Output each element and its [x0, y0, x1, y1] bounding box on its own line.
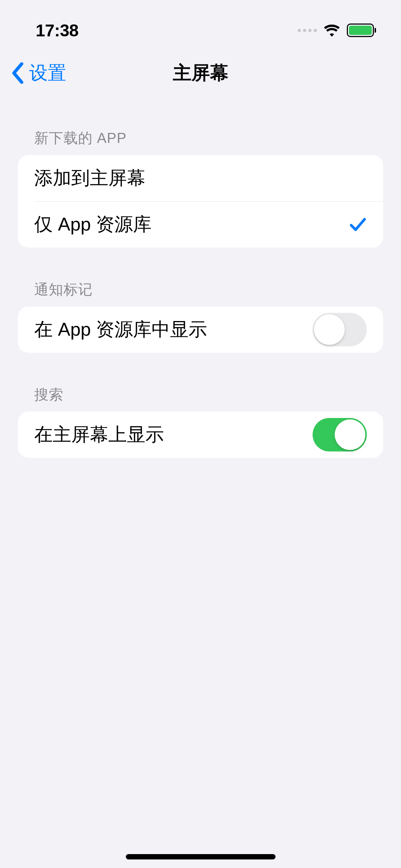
wifi-icon: [323, 24, 340, 37]
page-title: 主屏幕: [173, 61, 228, 86]
row-label: 在 App 资源库中显示: [34, 317, 207, 342]
row-show-in-app-library: 在 App 资源库中显示: [18, 306, 383, 353]
option-app-library-only[interactable]: 仅 App 资源库: [18, 201, 383, 248]
section-search: 搜索 在主屏幕上显示: [18, 385, 383, 458]
back-button[interactable]: 设置: [11, 61, 66, 86]
row-label: 仅 App 资源库: [34, 212, 151, 237]
home-indicator[interactable]: [126, 854, 276, 859]
nav-bar: 设置 主屏幕: [0, 50, 401, 96]
toggle-show-on-home-screen[interactable]: [313, 418, 367, 451]
signal-strength-icon: [298, 29, 317, 32]
content: 新下载的 APP 添加到主屏幕 仅 App 资源库 通知标记 在 App 资源库…: [0, 96, 401, 458]
row-show-on-home-screen: 在主屏幕上显示: [18, 412, 383, 458]
option-add-to-home-screen[interactable]: 添加到主屏幕: [18, 155, 383, 201]
section-notification-badges: 通知标记 在 App 资源库中显示: [18, 280, 383, 353]
row-label: 在主屏幕上显示: [34, 422, 164, 447]
status-bar: 17:38: [0, 0, 401, 50]
section-body: 添加到主屏幕 仅 App 资源库: [18, 155, 383, 248]
toggle-knob: [335, 419, 365, 450]
toggle-show-in-app-library[interactable]: [313, 313, 367, 346]
chevron-left-icon: [11, 62, 29, 84]
row-label: 添加到主屏幕: [34, 166, 145, 191]
back-label: 设置: [29, 61, 66, 86]
battery-icon: [347, 24, 376, 37]
status-time: 17:38: [36, 21, 78, 40]
section-header-search: 搜索: [18, 385, 383, 412]
section-header-new-downloads: 新下载的 APP: [18, 128, 383, 155]
section-new-downloads: 新下载的 APP 添加到主屏幕 仅 App 资源库: [18, 128, 383, 248]
checkmark-icon: [349, 216, 367, 233]
toggle-knob: [314, 314, 345, 345]
section-body: 在 App 资源库中显示: [18, 306, 383, 353]
section-body: 在主屏幕上显示: [18, 412, 383, 458]
section-header-notification-badges: 通知标记: [18, 280, 383, 306]
status-right: [298, 24, 376, 37]
